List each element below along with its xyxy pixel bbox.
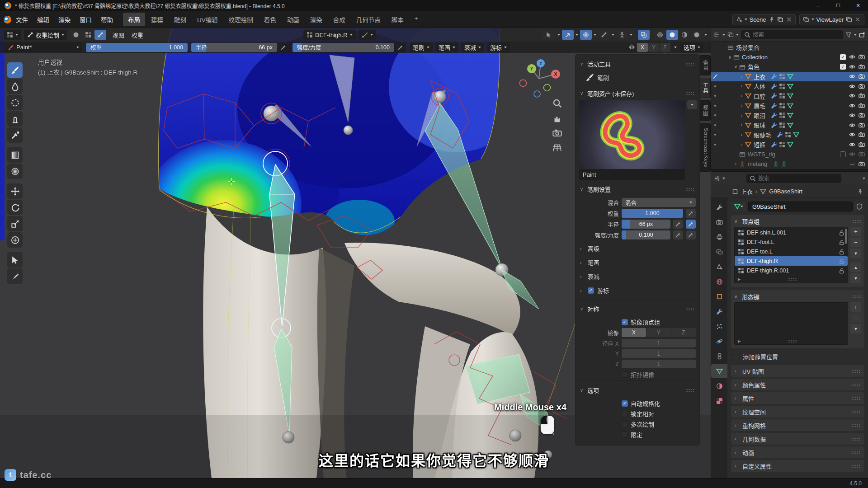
checkbox-icon[interactable] [840,151,846,157]
symmetry-axis-button[interactable]: Z [660,43,670,52]
rotate-tool[interactable] [7,200,23,215]
sidebar-tab[interactable]: Screencast Keys [700,123,711,172]
eye-icon[interactable] [849,54,855,60]
eye-icon[interactable] [849,122,855,128]
draw-brush-tool[interactable] [7,62,23,78]
menu-item[interactable]: 渲染 [54,13,75,26]
lock-open-icon[interactable] [838,258,844,264]
eye-icon[interactable] [849,131,855,138]
modifiers-tab[interactable] [711,304,727,319]
strength-pressure-button[interactable] [686,230,696,239]
outliner-row[interactable]: › 口腔 [711,91,868,101]
tool-tab[interactable] [711,200,727,214]
world-tab[interactable] [711,274,727,289]
brush-selector[interactable]: Paint* [5,42,82,52]
filter-toggle-icon[interactable]: ▸ [738,338,741,344]
active-tool-panel-header[interactable]: ∨活动工具 [579,56,696,71]
collapsed-subpanel[interactable]: ›笔画 [579,255,696,269]
transform-tool[interactable] [7,232,23,248]
eye-icon[interactable] [849,112,855,118]
vertex-group-selector[interactable]: DEF-thigh.R [303,30,356,40]
scene-tab[interactable] [711,259,727,274]
eye-icon[interactable] [849,103,855,109]
option-checkbox[interactable] [622,411,628,417]
camera-render-icon[interactable] [859,112,865,118]
camera-render-icon[interactable] [859,161,865,167]
blender-menu-icon[interactable] [4,16,11,23]
option-checkbox[interactable] [622,432,628,438]
vertex-group-row[interactable]: DEF-toe.L [735,247,848,256]
add-shape-key-button[interactable]: + [850,302,861,312]
filter-toggle-icon[interactable]: ▸ [738,276,741,282]
brush-preview-block[interactable]: Paint [579,100,685,180]
x-icon[interactable] [786,16,792,23]
workspace-tab[interactable]: 脚本 [387,13,409,26]
strength-slider[interactable]: 0.100 [622,230,670,239]
menu-item[interactable]: 编辑 [33,13,54,26]
selectability-button[interactable] [542,30,556,40]
radius-slider[interactable]: 66 px [622,220,670,229]
maximize-button[interactable]: ☐ [828,0,848,11]
radius-pressure-icon[interactable] [278,43,289,52]
wireframe-shading-button[interactable] [654,30,666,40]
vertex-group-row[interactable]: DEF-foot.L [735,237,848,247]
data-tab[interactable] [711,364,727,378]
mode-selector[interactable]: 权重绘制 [24,30,67,40]
paint-mask-icon[interactable] [70,30,82,40]
outliner-row[interactable]: › 眼球 [711,120,868,130]
remove-vertex-group-button[interactable]: − [850,238,861,247]
snap-button[interactable] [562,30,574,40]
tool-dropdown[interactable]: 笔画 [435,42,458,52]
proportional-edit-button[interactable] [580,30,592,40]
collapsed-panel[interactable]: ›颜色属性 [731,379,864,390]
workspace-tab[interactable]: 建模 [146,13,168,26]
workspace-tab[interactable]: + [410,13,423,26]
funnel-filter-icon[interactable] [845,32,852,38]
outliner-row[interactable]: › 上衣 [711,72,868,82]
pin-icon[interactable] [857,188,863,195]
new-collection-icon[interactable] [859,32,865,38]
weights-display-button[interactable] [598,30,610,40]
collapsed-subpanel[interactable]: ›衰减 [579,269,696,283]
lock-open-icon[interactable] [838,267,844,274]
strength-edit-button[interactable] [673,230,683,239]
tweak-select-tool[interactable] [7,252,23,267]
menu-item[interactable]: 窗口 [75,13,96,26]
camera-render-icon[interactable] [859,151,865,157]
output-tab[interactable] [711,230,727,244]
breadcrumb-data[interactable]: G9BaseShirt [769,188,802,195]
eye-icon[interactable] [849,151,855,157]
move-down-button[interactable]: ▼ [850,273,861,283]
weight-pressure-button[interactable] [686,209,696,218]
gradient-tool[interactable] [7,147,23,163]
mirror-axis-button[interactable]: Z [671,328,696,337]
lock-open-icon[interactable] [838,230,844,236]
brush-asset-panel-header[interactable]: ∨笔刷资产 (未保存) [579,86,696,100]
radial-count-field[interactable]: 1 [622,339,696,347]
symmetry-panel-header[interactable]: ∨对称 [579,301,696,316]
collapsed-panel[interactable]: ›属性 [731,392,864,404]
vertex-group-row[interactable]: DEF-thigh.R.001 [735,266,848,275]
x-icon[interactable] [854,16,861,23]
sidebar-tab[interactable]: 条目 [700,55,711,75]
copy-icon[interactable] [846,16,852,23]
mesh-data-selector[interactable] [731,202,746,211]
properties-options-icon[interactable] [863,178,865,179]
datablock-name-field[interactable]: G9BaseShirt [748,202,853,211]
outliner-row[interactable]: › 人体 [711,81,868,91]
outliner-row[interactable]: › 眉毛 [711,101,868,111]
camera-render-icon[interactable] [859,131,865,138]
option-checkbox[interactable] [622,421,628,427]
outliner-search[interactable] [741,30,843,39]
minimize-button[interactable]: ─ [808,0,828,11]
camera-render-icon[interactable] [859,122,865,128]
scene-selector[interactable]: Scene [732,14,796,25]
pan-hand-icon[interactable] [552,113,562,123]
radial-count-field[interactable]: 1 [622,360,696,368]
add-vertex-group-button[interactable]: + [850,227,861,236]
strength-pressure-icon[interactable] [395,43,406,52]
outliner-row[interactable]: › metarig [711,159,868,169]
viewport-3d[interactable]: X Y Z 权重绘制 视图权重 DEF-thigh.R [0,28,711,478]
blend-select[interactable]: 混合 [622,198,696,207]
vertex-group-specials-button[interactable]: ▼ [850,249,861,258]
